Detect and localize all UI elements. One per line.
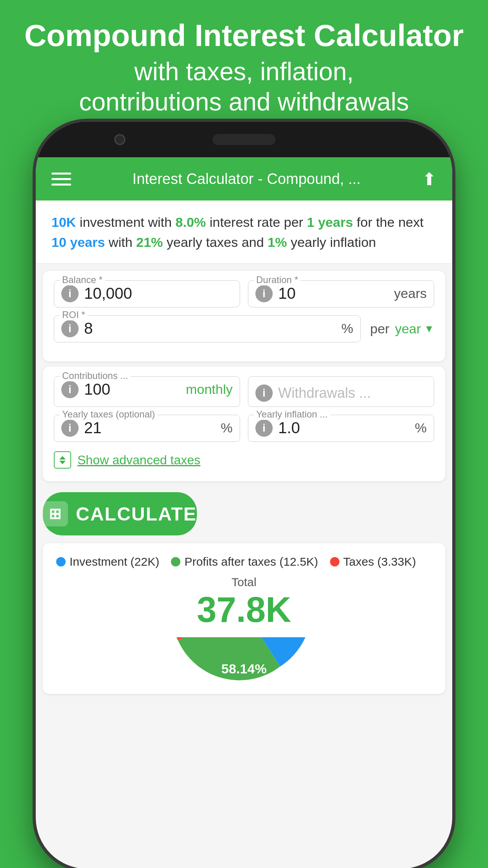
legend-investment: Investment (22K)	[56, 555, 159, 568]
yearly-taxes-info-icon[interactable]: i	[61, 419, 79, 437]
roi-label: ROI *	[60, 309, 88, 320]
yearly-taxes-unit: %	[221, 420, 233, 436]
profits-label: Profits after taxes (12.5K)	[184, 555, 318, 568]
summary-text-5: yearly taxes and	[167, 235, 268, 250]
menu-line-3	[51, 184, 71, 186]
summary-text-4: with	[109, 235, 136, 250]
header-title: Compound Interest Calculator	[24, 19, 464, 53]
form-card-2: Contributions ... i 100 monthly i Withdr…	[43, 367, 445, 481]
investment-dot	[56, 557, 66, 566]
contributions-info-icon[interactable]: i	[61, 381, 79, 398]
duration-unit: years	[394, 286, 427, 301]
contributions-unit: monthly	[186, 382, 233, 397]
summary-duration: 10 years	[51, 235, 105, 250]
yearly-inflation-info-icon[interactable]: i	[255, 419, 273, 437]
yearly-inflation-unit: %	[415, 420, 427, 436]
per-dropdown[interactable]: year ▼	[395, 321, 434, 337]
nav-title: Interest Calculator - Compound, ...	[132, 171, 361, 188]
summary-inflation: 1%	[268, 235, 287, 250]
contributions-label: Contributions ...	[60, 370, 130, 381]
total-label: Total	[56, 576, 432, 589]
yearly-taxes-field[interactable]: Yearly taxes (optional) i 21 %	[54, 415, 240, 442]
roi-unit: %	[341, 321, 353, 336]
summary-text-1: investment with	[80, 215, 176, 230]
calculate-button[interactable]: ⊞ CALCULATE	[43, 492, 197, 535]
header-subtitle: with taxes, inflation,contributions and …	[24, 57, 464, 117]
phone-camera	[114, 134, 125, 145]
calculate-icon: ⊞	[43, 501, 68, 526]
advanced-taxes-row[interactable]: Show advanced taxes	[54, 450, 434, 470]
duration-value: 10	[278, 285, 389, 302]
total-value: 37.8K	[56, 590, 432, 629]
contributions-inner: i 100 monthly	[61, 381, 233, 398]
yearly-inflation-value: 1.0	[278, 419, 409, 437]
withdrawals-inner: i Withdrawals ...	[255, 381, 427, 402]
duration-field[interactable]: Duration * i 10 years	[248, 280, 434, 307]
legend-profits: Profits after taxes (12.5K)	[171, 555, 318, 568]
withdrawals-field[interactable]: i Withdrawals ...	[248, 376, 434, 407]
duration-info-icon[interactable]: i	[255, 285, 273, 302]
phone-top-bar	[36, 122, 452, 157]
down-arrow-icon	[59, 461, 66, 464]
legend-taxes: Taxes (3.33K)	[330, 555, 416, 568]
pie-chart-container: 58.14%	[169, 637, 319, 684]
page-header: Compound Interest Calculator with taxes,…	[0, 0, 488, 129]
legend-row: Investment (22K) Profits after taxes (12…	[56, 555, 432, 568]
up-arrow-icon	[59, 456, 66, 460]
summary-text-3: for the next	[357, 215, 424, 230]
withdrawals-info-icon[interactable]: i	[255, 384, 273, 402]
balance-inner: i 10,000	[61, 285, 233, 302]
roi-row: ROI * i 8 % per year ▼	[54, 315, 434, 342]
form-card-1: Balance * i 10,000 Duration * i 10 years	[43, 271, 445, 361]
pie-percentage: 58.14%	[221, 661, 266, 677]
expand-icon	[54, 451, 71, 469]
summary-section: 10K investment with 8.0% interest rate p…	[36, 200, 452, 264]
duration-label: Duration *	[254, 274, 301, 285]
roi-inner: i 8 %	[61, 320, 353, 337]
contributions-withdrawals-row: Contributions ... i 100 monthly i Withdr…	[54, 376, 434, 407]
taxes-inflation-row: Yearly taxes (optional) i 21 % Yearly in…	[54, 415, 434, 442]
advanced-taxes-label: Show advanced taxes	[77, 453, 200, 467]
page-wrapper: Compound Interest Calculator with taxes,…	[0, 0, 488, 868]
pie-chart	[169, 637, 319, 684]
roi-value: 8	[84, 320, 336, 337]
phone-speaker	[213, 134, 275, 145]
withdrawals-placeholder: Withdrawals ...	[278, 385, 371, 401]
share-button[interactable]: ⬆	[422, 169, 437, 189]
taxes-label: Taxes (3.33K)	[343, 555, 416, 568]
yearly-taxes-inner: i 21 %	[61, 419, 233, 437]
per-value: year	[395, 321, 421, 337]
app-navbar: Interest Calculator - Compound, ... ⬆	[36, 157, 452, 200]
balance-info-icon[interactable]: i	[61, 285, 79, 302]
balance-duration-row: Balance * i 10,000 Duration * i 10 years	[54, 280, 434, 307]
menu-line-1	[51, 173, 71, 175]
roi-info-icon[interactable]: i	[61, 320, 79, 337]
chart-area: 58.14%	[56, 637, 432, 684]
roi-field[interactable]: ROI * i 8 %	[54, 315, 361, 342]
summary-taxes: 21%	[136, 235, 163, 250]
summary-text-6: yearly inflation	[291, 235, 376, 250]
menu-button[interactable]	[51, 173, 71, 186]
balance-field[interactable]: Balance * i 10,000	[54, 280, 240, 307]
app-content: Interest Calculator - Compound, ... ⬆ 10…	[36, 157, 452, 868]
summary-investment: 10K	[51, 215, 76, 230]
contributions-field[interactable]: Contributions ... i 100 monthly	[54, 376, 240, 407]
yearly-inflation-label: Yearly inflation ...	[254, 409, 330, 420]
results-card: Investment (22K) Profits after taxes (12…	[43, 543, 445, 694]
summary-text-2: interest rate per	[210, 215, 307, 230]
profits-dot	[171, 557, 180, 566]
phone-frame: Interest Calculator - Compound, ... ⬆ 10…	[36, 122, 452, 868]
balance-value: 10,000	[84, 285, 233, 302]
yearly-inflation-field[interactable]: Yearly inflation ... i 1.0 %	[248, 415, 434, 442]
yearly-inflation-inner: i 1.0 %	[255, 419, 427, 437]
yearly-taxes-label: Yearly taxes (optional)	[60, 409, 158, 420]
calculate-label: CALCULATE	[76, 503, 197, 525]
summary-rate: 8.0%	[176, 215, 206, 230]
per-label: per	[370, 321, 389, 337]
contributions-value: 100	[84, 381, 180, 398]
summary-per-years: 1 years	[307, 215, 353, 230]
balance-label: Balance *	[60, 274, 105, 285]
menu-line-2	[51, 178, 71, 180]
taxes-dot	[330, 557, 339, 566]
dropdown-arrow-icon: ▼	[424, 323, 434, 335]
